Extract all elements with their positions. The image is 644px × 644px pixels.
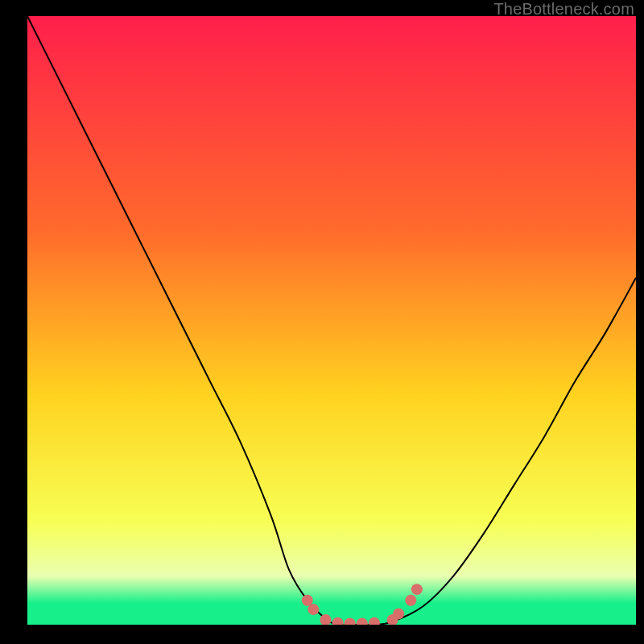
chart-frame: TheBottleneck.com — [0, 0, 644, 644]
marker-dot — [405, 595, 416, 606]
curve-line — [27, 16, 636, 625]
curve-markers — [302, 584, 423, 625]
marker-dot — [369, 617, 380, 625]
marker-dot — [308, 604, 319, 615]
bottleneck-curve — [27, 16, 636, 625]
marker-dot — [345, 617, 356, 625]
marker-dot — [411, 584, 423, 595]
marker-dot — [393, 608, 404, 619]
marker-dot — [357, 617, 368, 625]
watermark-text: TheBottleneck.com — [493, 0, 634, 19]
marker-dot — [332, 617, 344, 625]
plot-area — [27, 16, 636, 625]
